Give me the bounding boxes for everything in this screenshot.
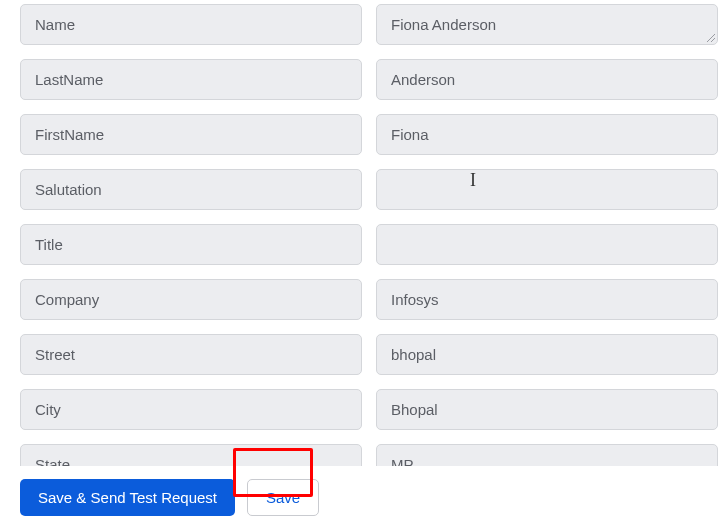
field-value[interactable]: bhopal xyxy=(376,334,718,375)
form-row: CompanyInfosys xyxy=(20,279,718,320)
field-value[interactable]: Fiona Anderson xyxy=(376,4,718,45)
field-value[interactable]: Fiona xyxy=(376,114,718,155)
form-row: LastNameAnderson xyxy=(20,59,718,100)
field-label[interactable]: City xyxy=(20,389,362,430)
field-value[interactable] xyxy=(376,169,718,210)
field-value[interactable]: MP xyxy=(376,444,718,466)
field-label[interactable]: Street xyxy=(20,334,362,375)
form-row: Salutation xyxy=(20,169,718,210)
field-value[interactable]: Infosys xyxy=(376,279,718,320)
action-bar: Save & Send Test Request Save xyxy=(20,479,319,516)
save-send-test-button[interactable]: Save & Send Test Request xyxy=(20,479,235,516)
field-value[interactable]: Bhopal xyxy=(376,389,718,430)
form-scroll-area[interactable]: NameFiona AndersonLastNameAndersonFirstN… xyxy=(0,0,726,466)
field-label[interactable]: Name xyxy=(20,4,362,45)
field-value[interactable]: Anderson xyxy=(376,59,718,100)
form-row: NameFiona Anderson xyxy=(20,4,718,45)
form-row: StateMP xyxy=(20,444,718,466)
svg-line-0 xyxy=(707,34,715,42)
form-row: Streetbhopal xyxy=(20,334,718,375)
field-label[interactable]: FirstName xyxy=(20,114,362,155)
resize-handle-icon xyxy=(707,34,715,42)
form-row: CityBhopal xyxy=(20,389,718,430)
field-label[interactable]: Company xyxy=(20,279,362,320)
form-row: FirstNameFiona xyxy=(20,114,718,155)
form-row: Title xyxy=(20,224,718,265)
field-label[interactable]: Salutation xyxy=(20,169,362,210)
field-value[interactable] xyxy=(376,224,718,265)
field-label[interactable]: State xyxy=(20,444,362,466)
field-label[interactable]: LastName xyxy=(20,59,362,100)
svg-line-1 xyxy=(711,38,715,42)
field-label[interactable]: Title xyxy=(20,224,362,265)
save-button[interactable]: Save xyxy=(247,479,319,516)
